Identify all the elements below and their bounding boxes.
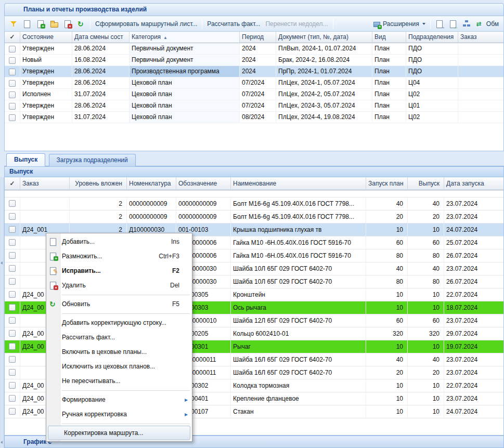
row-checkbox[interactable] bbox=[9, 91, 16, 98]
hierarchy-button[interactable] bbox=[460, 18, 473, 30]
cell-launch-plan: 60 bbox=[366, 236, 408, 249]
plans-grid-row[interactable]: Утвержден 31.07.2024 Цеховой план 08/202… bbox=[5, 112, 503, 123]
output-grid-row[interactable]: 2 00000000009 00000000009 Болт М16-6g 45… bbox=[5, 197, 503, 210]
context-menu-item[interactable]: Исправить... F2 bbox=[46, 263, 192, 278]
plans-grid-row[interactable]: Новый 16.08.2024 Первичный документ 2024… bbox=[5, 55, 503, 66]
context-menu-item[interactable]: Удалить Del bbox=[46, 278, 192, 293]
context-menu-item[interactable]: Обновить F5 bbox=[46, 297, 192, 311]
calc-fact-button[interactable]: Рассчитать факт... bbox=[204, 18, 263, 30]
cell-name: Рычаг bbox=[231, 340, 366, 353]
context-menu-item[interactable]: Добавить корректирующую строку... bbox=[46, 315, 192, 330]
output-grid-row[interactable]: 2 00000000009 00000000009 Болт М16-6g 45… bbox=[5, 210, 503, 223]
delete-button[interactable] bbox=[61, 18, 74, 30]
row-checkbox[interactable] bbox=[9, 408, 16, 415]
column-header-department[interactable]: Подразделения bbox=[406, 32, 458, 43]
cell-launch-date: 19.07.2024 bbox=[444, 340, 504, 353]
context-menu-item[interactable]: Корректировка маршрута... bbox=[48, 426, 190, 440]
plans-grid-row[interactable]: Утвержден 28.06.2024 Первичный документ … bbox=[5, 43, 503, 55]
cell-document: ПлЦех, 2024-4, 19.08.2024 bbox=[276, 112, 372, 123]
context-menu-item[interactable]: Добавить... Ins bbox=[46, 234, 192, 249]
column-header-launch-date[interactable]: Дата запуска bbox=[444, 177, 504, 190]
tab-zagruzka-podrazdeleniy[interactable]: Загрузка подразделений bbox=[49, 154, 136, 166]
tab-vypusk[interactable]: Выпуск bbox=[6, 153, 45, 166]
filter-button[interactable] bbox=[7, 18, 20, 30]
column-header-nomenclature[interactable]: Номенклатура bbox=[127, 177, 176, 190]
cell-launch-date: 25.07.2024 bbox=[444, 236, 504, 249]
row-checkbox[interactable] bbox=[9, 69, 16, 75]
cell-output: 40 bbox=[408, 262, 444, 275]
column-header-category[interactable]: Категория bbox=[130, 32, 240, 43]
extensions-button[interactable]: Расширения bbox=[370, 18, 428, 30]
plans-grid-row[interactable]: Утвержден 28.06.2024 Цеховой план 07/202… bbox=[5, 100, 503, 112]
plans-grid-row[interactable]: Утвержден 28.06.2024 Производственная пр… bbox=[5, 66, 503, 77]
refresh-button[interactable] bbox=[74, 18, 88, 30]
row-checkbox[interactable] bbox=[9, 330, 16, 337]
row-checkbox[interactable] bbox=[9, 356, 16, 363]
collapse-left-icon[interactable] bbox=[1, 437, 4, 448]
column-header-output[interactable]: Выпуск bbox=[408, 177, 444, 190]
column-header-date[interactable]: Дата смены сост bbox=[72, 32, 130, 43]
row-checkbox[interactable] bbox=[9, 103, 16, 110]
cell-state: Утвержден bbox=[20, 112, 72, 123]
open-button[interactable] bbox=[47, 18, 61, 30]
column-header-kind[interactable]: Вид bbox=[372, 32, 406, 43]
form-route-list-button[interactable]: Сформировать маршрутный лист... bbox=[93, 18, 200, 30]
column-header-state[interactable]: Состояние bbox=[20, 32, 72, 43]
context-menu-item[interactable]: Включить в цеховые планы... bbox=[46, 345, 192, 359]
row-checkbox[interactable] bbox=[9, 57, 16, 64]
delete-document-icon bbox=[63, 20, 72, 28]
row-checkbox[interactable] bbox=[9, 265, 16, 272]
export-button[interactable] bbox=[433, 18, 446, 30]
column-header-order[interactable]: Заказ bbox=[458, 32, 504, 43]
cell-kind: План bbox=[372, 66, 406, 77]
context-menu-item[interactable] bbox=[46, 311, 192, 315]
context-menu-item[interactable] bbox=[46, 388, 192, 392]
context-menu-item[interactable]: Ручная корректировка bbox=[46, 407, 192, 421]
row-checkbox[interactable] bbox=[9, 291, 16, 298]
row-checkbox[interactable] bbox=[9, 213, 16, 220]
context-menu-item[interactable]: Исключить из цеховых планов... bbox=[46, 359, 192, 374]
column-header-document[interactable]: Документ (тип, №, дата) bbox=[276, 32, 372, 43]
context-menu-item[interactable] bbox=[46, 293, 192, 297]
column-header-designation[interactable]: Обозначение bbox=[176, 177, 231, 190]
select-all-header[interactable]: ✓ bbox=[5, 32, 20, 43]
row-checkbox[interactable] bbox=[9, 46, 16, 52]
row-checkbox[interactable] bbox=[9, 343, 16, 350]
row-checkbox[interactable] bbox=[9, 114, 16, 121]
cell-output: 40 bbox=[408, 197, 444, 210]
row-checkbox[interactable] bbox=[9, 304, 16, 311]
row-checkbox[interactable] bbox=[9, 80, 16, 87]
cell-document: ПлВып, 2024-1, 01.07.2024 bbox=[276, 43, 372, 54]
plans-grid-row[interactable]: Утвержден 28.06.2024 Цеховой план 07/202… bbox=[5, 77, 503, 89]
row-checkbox[interactable] bbox=[9, 382, 16, 389]
row-checkbox[interactable] bbox=[9, 395, 16, 402]
exchange-button[interactable]: Обм bbox=[473, 18, 501, 30]
submenu-arrow-icon bbox=[185, 396, 192, 403]
column-header-period[interactable]: Период bbox=[240, 32, 276, 43]
row-checkbox[interactable] bbox=[9, 239, 16, 246]
row-checkbox[interactable] bbox=[9, 317, 16, 324]
column-header-level[interactable]: Уровень вложен bbox=[70, 177, 127, 190]
context-menu-item[interactable] bbox=[46, 421, 192, 426]
context-menu-item[interactable]: Формирование bbox=[46, 392, 192, 407]
add-button[interactable] bbox=[20, 18, 34, 30]
collapse-left-icon[interactable] bbox=[1, 257, 4, 269]
row-checkbox[interactable] bbox=[9, 226, 16, 233]
context-menu-item[interactable]: Рассчитать факт... bbox=[46, 330, 192, 345]
plans-grid-row[interactable]: Исполнен 31.07.2024 Цеховой план 07/2024… bbox=[5, 89, 503, 100]
row-checkbox-cell bbox=[5, 353, 20, 366]
select-all-header[interactable]: ✓ bbox=[5, 177, 20, 190]
row-checkbox[interactable] bbox=[9, 252, 16, 259]
context-menu-item[interactable]: Размножить... Ctrl+F3 bbox=[46, 249, 192, 263]
row-checkbox[interactable] bbox=[9, 200, 16, 207]
cell-output: 10 bbox=[408, 301, 444, 314]
column-header-name[interactable]: Наименование bbox=[231, 177, 366, 190]
column-header-launch-plan[interactable]: Запуск план bbox=[366, 177, 408, 190]
row-checkbox[interactable] bbox=[9, 369, 16, 376]
copy-button[interactable] bbox=[34, 18, 47, 30]
output-grid-row[interactable]: Н2_Д bbox=[5, 191, 503, 197]
context-menu-item[interactable]: Не пересчитывать... bbox=[46, 374, 192, 388]
import-button[interactable] bbox=[446, 18, 460, 30]
row-checkbox[interactable] bbox=[9, 278, 16, 285]
column-header-order[interactable]: Заказ bbox=[20, 177, 70, 190]
